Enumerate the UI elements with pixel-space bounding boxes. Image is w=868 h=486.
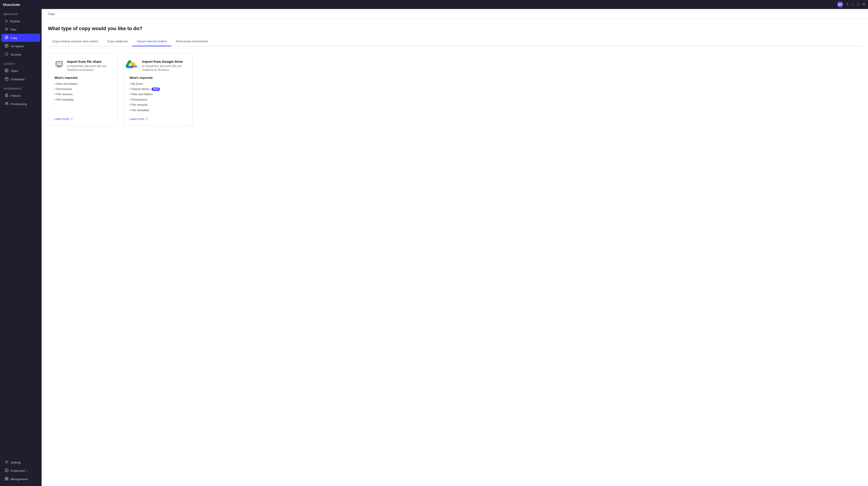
list-item: My Drive [129, 81, 186, 86]
help-icon[interactable]: ? [846, 3, 848, 6]
tasks-icon [5, 69, 8, 73]
sidebar-item-all-reports[interactable]: All reports [1, 42, 40, 50]
google-drive-title-block: Import from Google Drive to SharePoint, … [142, 60, 186, 72]
sidebar-item-settings[interactable]: Settings [1, 458, 40, 466]
sidebar-item-management[interactable]: Management [1, 475, 40, 483]
list-item: File versions [129, 102, 186, 107]
sidebar: MIGRATION ⊙ Explore Plan Copy [0, 9, 41, 486]
file-share-title-block: Import from file share to SharePoint, Mi… [67, 60, 111, 72]
list-item: File metadata [54, 97, 111, 102]
new-badge: NEW [152, 88, 160, 91]
tab-existing[interactable]: Copy existing structure and content [48, 37, 103, 46]
file-share-card: Import from file share to SharePoint, Mi… [48, 53, 118, 126]
window-controls: MV ? ─ □ ✕ [837, 2, 865, 7]
title-bar: ShareGate MV ? ─ □ ✕ [0, 0, 868, 9]
tabs-container: Copy existing structure and content Copy… [48, 37, 862, 46]
google-drive-section-title: What's imported: [129, 76, 186, 79]
page-title: What type of copy would you like to do? [48, 26, 862, 31]
sidebar-item-explore[interactable]: ⊙ Explore [1, 17, 40, 25]
file-share-subtitle: to SharePoint, Microsoft 365 and OneDriv… [67, 64, 111, 72]
section-label-governance: GOVERNANCE [0, 84, 41, 91]
copy-icon [5, 36, 8, 40]
user-avatar[interactable]: MV [837, 2, 843, 7]
file-share-footer: Learn more ↗ [54, 113, 111, 121]
list-item: Files and folders [129, 92, 186, 97]
section-label-migration: MIGRATION [0, 9, 41, 17]
svg-rect-17 [57, 67, 62, 67]
settings-icon [5, 460, 8, 464]
maximize-icon[interactable]: □ [857, 3, 859, 6]
sidebar-item-scheduled[interactable]: Scheduled [1, 75, 40, 83]
svg-rect-13 [7, 479, 8, 480]
list-item-shared-drives: Shared drives NEW [129, 86, 186, 92]
google-drive-title: Import from Google Drive [142, 60, 186, 63]
explore-icon: ⊙ [5, 19, 8, 23]
svg-rect-10 [5, 477, 6, 479]
svg-rect-15 [57, 62, 62, 65]
security-icon [5, 52, 8, 56]
sidebar-section-activity: ACTIVITY Tasks Scheduled [0, 59, 41, 84]
file-share-icon [54, 60, 64, 69]
file-share-learn-more[interactable]: Learn more ↗ [54, 117, 73, 121]
reports-icon [5, 44, 8, 48]
svg-point-7 [7, 103, 8, 104]
sidebar-item-policies[interactable]: Policies [1, 92, 40, 100]
breadcrumb: Copy [48, 12, 55, 16]
top-bar: Copy [41, 9, 868, 19]
section-label-activity: ACTIVITY [0, 59, 41, 66]
svg-rect-1 [5, 37, 7, 39]
sidebar-item-copy[interactable]: Copy [1, 34, 40, 42]
list-item: Permissions [129, 97, 186, 102]
sidebar-item-tasks[interactable]: Tasks [1, 67, 40, 75]
scheduled-icon [5, 77, 8, 81]
list-item: Files and folders [54, 81, 111, 86]
tab-mailboxes[interactable]: Copy mailboxes [103, 37, 133, 46]
external-link-icon: ↗ [70, 117, 73, 121]
google-drive-footer: Learn more ↗ [129, 113, 186, 121]
plan-icon [5, 27, 8, 31]
svg-point-6 [6, 103, 7, 104]
external-link-icon: ↗ [146, 117, 148, 121]
google-drive-card: Import from Google Drive to SharePoint, … [123, 53, 193, 126]
list-item: File versions [54, 92, 111, 97]
google-drive-learn-more[interactable]: Learn more ↗ [129, 117, 148, 121]
sidebar-item-powershell[interactable]: Powershell ↗ [1, 467, 40, 475]
cards-container: Import from file share to SharePoint, Mi… [48, 53, 862, 126]
external-link-icon: ↗ [26, 469, 28, 472]
main-content: Copy What type of copy would you like to… [41, 9, 868, 486]
minimize-icon[interactable]: ─ [851, 3, 854, 6]
sidebar-section-migration: MIGRATION ⊙ Explore Plan Copy [0, 9, 41, 59]
svg-rect-0 [6, 36, 8, 38]
tab-restructure[interactable]: Restructure environment [171, 37, 212, 46]
svg-rect-11 [7, 477, 8, 479]
svg-rect-12 [5, 479, 6, 480]
file-share-section-title: What's imported: [54, 76, 111, 79]
google-drive-card-header: Import from Google Drive to SharePoint, … [129, 60, 186, 72]
sidebar-bottom: Settings Powershell ↗ Management [0, 458, 41, 483]
policies-icon [5, 94, 8, 98]
svg-rect-16 [58, 66, 61, 67]
file-share-title: Import from file share [67, 60, 111, 63]
google-drive-items: My Drive Shared drives NEW Files and fol… [129, 81, 186, 113]
list-item: Permissions [54, 86, 111, 92]
file-share-items: Files and folders Permissions File versi… [54, 81, 111, 103]
app-logo: ShareGate [3, 3, 20, 6]
management-icon [5, 477, 8, 481]
svg-rect-4 [5, 78, 8, 80]
sidebar-item-plan[interactable]: Plan [1, 25, 40, 33]
svg-point-8 [6, 462, 7, 463]
sidebar-section-governance: GOVERNANCE Policies Provisioning [0, 84, 41, 108]
file-share-card-header: Import from file share to SharePoint, Mi… [54, 60, 111, 72]
provisioning-icon [5, 102, 8, 106]
content-area: What type of copy would you like to do? … [41, 19, 868, 486]
google-drive-subtitle: to SharePoint, Microsoft 365 and OneDriv… [142, 64, 186, 72]
close-icon[interactable]: ✕ [862, 3, 865, 6]
list-item: File metadata [129, 108, 186, 113]
google-drive-icon [129, 60, 139, 69]
sidebar-item-security[interactable]: Security [1, 50, 40, 58]
powershell-icon [5, 469, 8, 473]
sidebar-item-provisioning[interactable]: Provisioning [1, 100, 40, 108]
tab-import-external[interactable]: Import external content [132, 37, 171, 46]
app-container: MIGRATION ⊙ Explore Plan Copy [0, 9, 868, 486]
